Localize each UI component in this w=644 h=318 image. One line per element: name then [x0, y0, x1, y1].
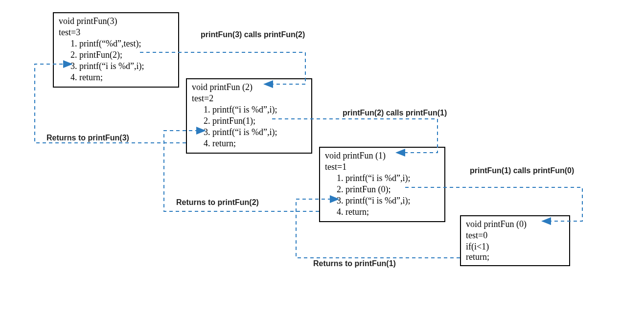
label-call-1-0: printFun(1) calls printFun(0) — [470, 166, 574, 175]
box1-line2: printFun (0); — [345, 184, 439, 195]
box0-cond: if(i<1) — [466, 242, 564, 252]
box1-line4: return; — [345, 207, 439, 217]
box3-line3: printf(“i is %d”,i); — [79, 61, 173, 71]
box3-steps: printf(“%d”,test); printFun(2); printf(“… — [59, 39, 173, 83]
box1-line3: printf(“i is %d”,i); — [345, 196, 439, 206]
box3-line1: printf(“%d”,test); — [79, 39, 173, 49]
label-call-2-1: printFun(2) calls printFun(1) — [343, 109, 447, 117]
box2-signature: void printFun (2) — [192, 82, 306, 92]
box2-steps: printf(“i is %d”,i); printFun(1); printf… — [192, 105, 306, 149]
label-call-3-2: printFun(3) calls printFun(2) — [201, 30, 305, 39]
box3-line4: return; — [79, 72, 173, 83]
box3-line2: printFun(2); — [79, 50, 173, 60]
box1-test: test=1 — [325, 162, 439, 172]
box2-line2: printFun(1); — [212, 116, 306, 126]
box3-signature: void printFun(3) — [59, 16, 173, 26]
box0-return: return; — [466, 252, 564, 262]
box-printfun-0: void printFun (0) test=0 if(i<1) return; — [460, 215, 570, 266]
box2-line1: printf(“i is %d”,i); — [212, 105, 306, 115]
box2-line3: printf(“i is %d”,i); — [212, 127, 306, 137]
label-return-2: Returns to printFun(2) — [176, 198, 259, 207]
box3-test: test=3 — [59, 27, 173, 38]
box-printfun-3: void printFun(3) test=3 printf(“%d”,test… — [53, 12, 179, 88]
box-printfun-2: void printFun (2) test=2 printf(“i is %d… — [186, 78, 312, 154]
label-return-3: Returns to printFun(3) — [46, 134, 129, 142]
box1-steps: printf(“i is %d”,i); printFun (0); print… — [325, 173, 439, 217]
box1-signature: void printFun (1) — [325, 151, 439, 161]
box-printfun-1: void printFun (1) test=1 printf(“i is %d… — [319, 147, 445, 222]
box1-line1: printf(“i is %d”,i); — [345, 173, 439, 183]
box2-line4: return; — [212, 138, 306, 149]
box0-signature: void printFun (0) — [466, 219, 564, 229]
box2-test: test=2 — [192, 93, 306, 104]
label-return-1: Returns to printFun(1) — [313, 259, 396, 268]
box0-test: test=0 — [466, 230, 564, 241]
